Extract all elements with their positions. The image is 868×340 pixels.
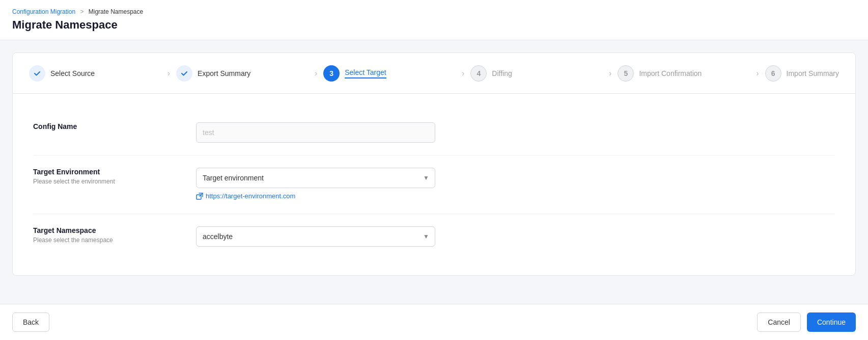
cancel-button[interactable]: Cancel — [757, 312, 801, 332]
step-4-circle: 4 — [470, 65, 487, 82]
breadcrumb: Configuration Migration > Migrate Namesp… — [12, 8, 856, 15]
step-6-import-summary[interactable]: 6 Import Summary — [765, 65, 839, 82]
page-header: Configuration Migration > Migrate Namesp… — [0, 0, 868, 40]
target-namespace-select[interactable]: accelbyte — [196, 226, 435, 247]
config-name-row: Config Name — [33, 110, 835, 155]
step-3-circle: 3 — [323, 65, 340, 82]
form-area: Config Name Target Environment Please se… — [13, 94, 855, 275]
step-1-label: Select Source — [50, 69, 95, 77]
back-button[interactable]: Back — [12, 312, 49, 332]
breadcrumb-parent[interactable]: Configuration Migration — [12, 8, 75, 15]
footer: Back Cancel Continue — [0, 304, 868, 340]
step-5-circle: 5 — [618, 65, 634, 82]
connector-4-5: › — [609, 69, 611, 78]
target-namespace-label: Target Namespace — [33, 226, 196, 234]
page-title: Migrate Namespace — [12, 18, 856, 32]
step-3-label: Select Target — [345, 68, 386, 79]
target-namespace-label-col: Target Namespace Please select the names… — [33, 226, 196, 244]
breadcrumb-current: Migrate Namespace — [89, 8, 143, 15]
step-2-circle — [176, 65, 192, 82]
target-environment-control-col: Target environment ▼ https://target-envi… — [196, 168, 835, 201]
target-environment-row: Target Environment Please select the env… — [33, 155, 835, 214]
connector-1-2: › — [167, 69, 170, 78]
step-5-label: Import Confirmation — [639, 69, 702, 77]
step-6-circle: 6 — [765, 65, 781, 82]
step-5-import-confirmation[interactable]: 5 Import Confirmation — [618, 65, 750, 82]
step-2-export-summary[interactable]: Export Summary — [176, 65, 309, 82]
step-2-label: Export Summary — [198, 69, 250, 77]
target-environment-label: Target Environment — [33, 168, 196, 176]
config-name-label-col: Config Name — [33, 122, 196, 133]
environment-link[interactable]: https://target-environment.com — [196, 192, 295, 200]
connector-3-4: › — [462, 69, 464, 78]
step-1-select-source[interactable]: Select Source — [29, 65, 161, 82]
wizard-card: Select Source › Export Summary › 3 Selec… — [12, 53, 856, 276]
target-environment-select[interactable]: Target environment — [196, 168, 435, 188]
step-1-circle — [29, 65, 45, 82]
continue-button[interactable]: Continue — [807, 312, 856, 332]
config-name-input[interactable] — [196, 122, 435, 143]
target-namespace-sublabel: Please select the namespace — [33, 237, 196, 244]
footer-right: Cancel Continue — [757, 312, 856, 332]
config-name-label: Config Name — [33, 122, 196, 130]
step-4-diffing[interactable]: 4 Diffing — [470, 65, 603, 82]
external-link-icon — [196, 193, 203, 200]
connector-2-3: › — [315, 69, 317, 78]
target-environment-label-col: Target Environment Please select the env… — [33, 168, 196, 185]
stepper: Select Source › Export Summary › 3 Selec… — [13, 53, 855, 94]
breadcrumb-separator: > — [80, 8, 83, 15]
target-environment-sublabel: Please select the environment — [33, 178, 196, 185]
step-6-label: Import Summary — [787, 69, 839, 77]
target-namespace-row: Target Namespace Please select the names… — [33, 214, 835, 259]
target-namespace-select-wrap: accelbyte ▼ — [196, 226, 435, 247]
main-content: Select Source › Export Summary › 3 Selec… — [0, 40, 868, 304]
connector-5-6: › — [756, 69, 759, 78]
environment-link-text: https://target-environment.com — [206, 192, 295, 200]
footer-left: Back — [12, 312, 49, 332]
step-4-label: Diffing — [492, 69, 512, 77]
step-3-select-target[interactable]: 3 Select Target — [323, 65, 456, 82]
config-name-control-col — [196, 122, 835, 143]
target-environment-select-wrap: Target environment ▼ — [196, 168, 435, 188]
target-namespace-control-col: accelbyte ▼ — [196, 226, 835, 247]
